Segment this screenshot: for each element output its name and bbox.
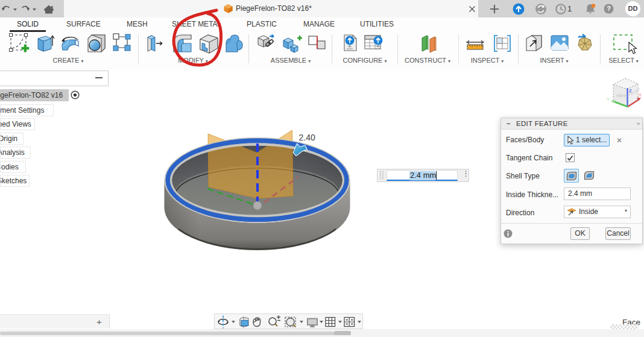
svg-text:Z: Z bbox=[629, 88, 632, 93]
svg-text:2.40: 2.40 bbox=[299, 133, 315, 142]
svg-text:FRONT: FRONT bbox=[628, 87, 642, 96]
svg-text:X: X bbox=[639, 92, 642, 98]
svg-text:LEFT: LEFT bbox=[616, 93, 627, 98]
svg-text:?: ? bbox=[607, 5, 611, 12]
svg-text:Y: Y bbox=[607, 96, 610, 102]
